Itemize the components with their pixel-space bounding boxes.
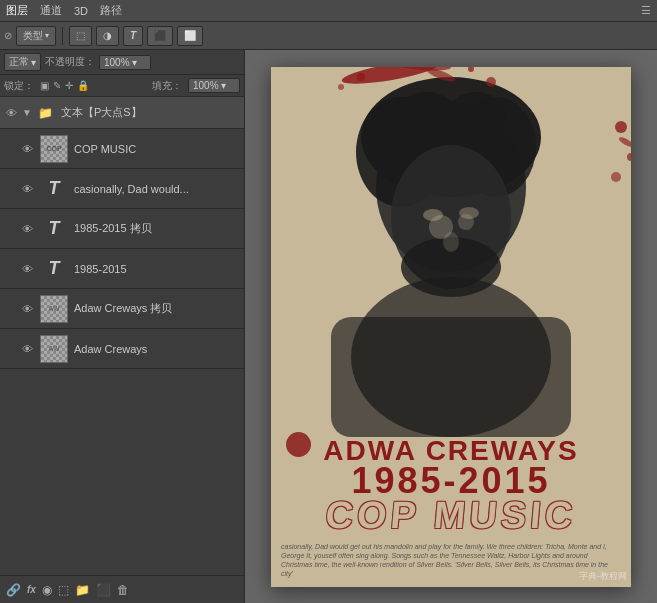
opacity-label: 不透明度： [45, 55, 95, 69]
layer-eye-icon[interactable]: 👁 [20, 262, 34, 276]
main-layout: 正常 ▾ 不透明度： 100% ▾ 锁定： ▣ ✎ ✛ 🔒 填充： 100% ▾ [0, 50, 657, 603]
filter-shape[interactable]: ⬛ [147, 26, 173, 46]
artwork-description: casionally, Dad would get out his mandol… [281, 542, 621, 578]
svg-point-10 [611, 172, 621, 182]
lock-all-icon[interactable]: 🔒 [77, 80, 89, 91]
delete-layer-icon[interactable]: 🗑 [117, 583, 129, 597]
panel-menu-icon[interactable]: ☰ [641, 4, 651, 17]
svg-point-4 [486, 77, 496, 87]
layer-eye-icon[interactable]: 👁 [20, 302, 34, 316]
fill-arrow: ▾ [221, 80, 226, 91]
separator-1 [62, 27, 63, 45]
blend-arrow: ▾ [31, 57, 36, 68]
layer-thumbnail: T [40, 175, 68, 203]
svg-point-8 [627, 153, 631, 161]
svg-point-2 [357, 73, 365, 81]
adjustment-icon[interactable]: ⬚ [58, 583, 69, 597]
tab-paths[interactable]: 路径 [100, 3, 122, 18]
layer-item[interactable]: 👁 T 1985-2015 [0, 249, 244, 289]
artwork: ADWA CREWAYS 1985-2015 COP MUSIC casiona… [271, 67, 631, 587]
layer-name: 1985-2015 [74, 263, 127, 275]
lock-position-icon[interactable]: ✛ [65, 80, 73, 91]
layer-item[interactable]: 👁 T casionally, Dad would... [0, 169, 244, 209]
layer-thumbnail: COP [40, 135, 68, 163]
lock-pixels-icon[interactable]: ✎ [53, 80, 61, 91]
layer-thumbnail: T [40, 215, 68, 243]
watermark: 字典-教程网 [579, 570, 627, 583]
layer-eye-icon[interactable]: 👁 [20, 182, 34, 196]
group-eye-icon[interactable]: 👁 [4, 106, 18, 120]
svg-rect-20 [331, 317, 571, 437]
layers-panel: 正常 ▾ 不透明度： 100% ▾ 锁定： ▣ ✎ ✛ 🔒 填充： 100% ▾ [0, 50, 245, 603]
svg-point-7 [615, 121, 627, 133]
layer-eye-icon[interactable]: 👁 [20, 342, 34, 356]
fill-input[interactable]: 100% ▾ [188, 78, 240, 93]
artwork-title-cop: COP MUSIC [271, 494, 631, 537]
lock-label: 锁定： [4, 79, 34, 93]
splatter-top [331, 67, 511, 117]
layer-name: Adaw Creways [74, 343, 147, 355]
filter-toolbar: ⊘ 类型 ▾ ⬚ ◑ T ⬛ ⬜ [0, 22, 657, 50]
svg-point-3 [468, 67, 474, 72]
layer-eye-icon[interactable]: 👁 [20, 222, 34, 236]
type-filter-select[interactable]: 类型 ▾ [16, 26, 56, 46]
fill-label: 填充： [152, 79, 182, 93]
lock-row: 锁定： ▣ ✎ ✛ 🔒 填充： 100% ▾ [0, 75, 244, 97]
tab-3d[interactable]: 3D [74, 5, 88, 17]
svg-point-5 [338, 84, 344, 90]
tab-layers[interactable]: 图层 [6, 3, 28, 18]
bottom-bar: 🔗 fx ◉ ⬚ 📁 ⬛ 🗑 [0, 575, 244, 603]
opacity-input[interactable]: 100% ▾ [99, 55, 151, 70]
filter-pixel[interactable]: ⬚ [69, 26, 92, 46]
top-bar: 图层 通道 3D 路径 ☰ [0, 0, 657, 22]
fx-icon[interactable]: fx [27, 584, 36, 595]
link-icon[interactable]: 🔗 [6, 583, 21, 597]
svg-point-23 [423, 209, 443, 221]
layer-thumbnail: T [40, 255, 68, 283]
layer-name: 1985-2015 拷贝 [74, 221, 152, 236]
filter-icon: ⊘ [4, 30, 12, 41]
filter-smart[interactable]: ⬜ [177, 26, 203, 46]
new-layer-icon[interactable]: ⬛ [96, 583, 111, 597]
lock-icons: ▣ ✎ ✛ 🔒 [40, 80, 89, 91]
layer-name: casionally, Dad would... [74, 183, 189, 195]
splatter-right [576, 107, 631, 207]
layer-thumbnail: AW [40, 295, 68, 323]
layer-item[interactable]: 👁 COP COP MUSIC [0, 129, 244, 169]
layer-group-header[interactable]: 👁 ▼ 📁 文本【P大点S】 [0, 97, 244, 129]
group-icon[interactable]: 📁 [75, 583, 90, 597]
filter-adjust[interactable]: ◑ [96, 26, 119, 46]
layer-eye-icon[interactable]: 👁 [20, 142, 34, 156]
lock-transparent-icon[interactable]: ▣ [40, 80, 49, 91]
layer-name: Adaw Creways 拷贝 [74, 301, 172, 316]
svg-point-9 [618, 135, 631, 148]
layer-item[interactable]: 👁 AW Adaw Creways [0, 329, 244, 369]
filter-arrow: ▾ [45, 31, 49, 40]
svg-point-24 [459, 207, 479, 219]
tab-channels[interactable]: 通道 [40, 3, 62, 18]
layer-item[interactable]: 👁 AW Adaw Creways 拷贝 [0, 289, 244, 329]
layer-item[interactable]: 👁 T 1985-2015 拷贝 [0, 209, 244, 249]
blend-row: 正常 ▾ 不透明度： 100% ▾ [0, 50, 244, 75]
group-expand-icon[interactable]: ▼ [22, 107, 32, 118]
layer-name: COP MUSIC [74, 143, 136, 155]
layer-thumbnail: AW [40, 335, 68, 363]
layers-list: 👁 COP COP MUSIC 👁 T casionally, Dad woul… [0, 129, 244, 575]
filter-text[interactable]: T [123, 26, 143, 46]
group-name: 文本【P大点S】 [61, 105, 142, 120]
group-folder-icon: 📁 [38, 106, 53, 120]
canvas-area: ADWA CREWAYS 1985-2015 COP MUSIC casiona… [245, 50, 657, 603]
blend-mode-select[interactable]: 正常 ▾ [4, 53, 41, 71]
mask-icon[interactable]: ◉ [42, 583, 52, 597]
opacity-arrow: ▾ [132, 57, 137, 68]
svg-point-25 [443, 232, 459, 252]
